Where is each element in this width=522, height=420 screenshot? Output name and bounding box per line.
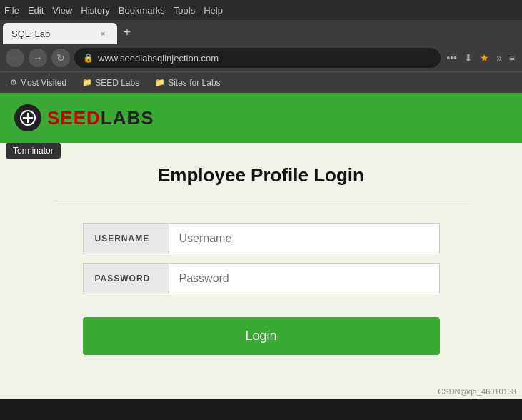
active-tab[interactable]: SQLi Lab × bbox=[3, 23, 117, 44]
most-visited-icon: ⚙ bbox=[10, 78, 17, 87]
seedlabs-header: SEEDLABS Terminator bbox=[0, 93, 522, 143]
bookmark-most-visited[interactable]: ⚙ Most Visited bbox=[6, 76, 71, 89]
refresh-button[interactable]: ↻ bbox=[51, 49, 70, 67]
menu-edit[interactable]: Edit bbox=[28, 5, 44, 16]
seedlabs-logo: SEEDLABS bbox=[14, 104, 154, 131]
terminal-badge[interactable]: Terminator bbox=[6, 143, 61, 159]
bookmark-sites-for-labs[interactable]: 📁 Sites for Labs bbox=[151, 76, 224, 89]
tab-bar: SQLi Lab × + bbox=[0, 20, 522, 44]
logo-icon bbox=[14, 104, 41, 131]
divider bbox=[54, 201, 468, 201]
watermark: CSDN@qq_46010138 bbox=[438, 387, 516, 396]
menu-file[interactable]: File bbox=[4, 5, 19, 16]
username-input[interactable] bbox=[169, 224, 439, 254]
page-title: Employee Profile Login bbox=[158, 164, 364, 186]
menu-bar: File Edit View History Bookmarks Tools H… bbox=[0, 0, 522, 20]
seed-labs-label: SEED Labs bbox=[95, 78, 139, 88]
logo-seed: SEED bbox=[47, 107, 101, 129]
seed-labs-icon: 📁 bbox=[82, 78, 92, 87]
bookmarks-bar: ⚙ Most Visited 📁 SEED Labs 📁 Sites for L… bbox=[0, 71, 522, 93]
new-tab-button[interactable]: + bbox=[117, 20, 137, 44]
menu-view[interactable]: View bbox=[52, 5, 72, 16]
overflow-button[interactable]: » bbox=[495, 51, 503, 65]
url-bar: ← → ↻ 🔒 www.seedlabsqlinjection.com ••• … bbox=[0, 44, 522, 71]
menu-bookmarks[interactable]: Bookmarks bbox=[119, 5, 165, 16]
browser-content: SEEDLABS Terminator Employee Profile Log… bbox=[0, 93, 522, 399]
sites-for-labs-icon: 📁 bbox=[155, 78, 165, 87]
login-button[interactable]: Login bbox=[83, 317, 440, 355]
url-actions: ••• ⬇ ★ » ≡ bbox=[445, 51, 516, 65]
login-form: USERNAME PASSWORD Login bbox=[83, 223, 440, 355]
tab-title: SQLi Lab bbox=[11, 29, 50, 39]
back-button[interactable]: ← bbox=[6, 49, 24, 67]
logo-text: SEEDLABS bbox=[47, 107, 154, 129]
menu-button[interactable]: ≡ bbox=[508, 51, 516, 65]
main-content: Employee Profile Login USERNAME PASSWORD… bbox=[0, 143, 522, 399]
password-input[interactable] bbox=[169, 264, 439, 294]
tab-close-button[interactable]: × bbox=[97, 28, 109, 39]
url-input-wrap[interactable]: 🔒 www.seedlabsqlinjection.com bbox=[74, 48, 441, 68]
star-button[interactable]: ★ bbox=[478, 51, 491, 65]
bookmark-seed-labs[interactable]: 📁 SEED Labs bbox=[78, 76, 144, 89]
logo-labs: LABS bbox=[101, 107, 154, 129]
menu-history[interactable]: History bbox=[81, 5, 109, 16]
url-text: www.seedlabsqlinjection.com bbox=[98, 53, 432, 64]
sites-for-labs-label: Sites for Labs bbox=[168, 78, 220, 88]
more-button[interactable]: ••• bbox=[445, 51, 458, 65]
menu-tools[interactable]: Tools bbox=[174, 5, 195, 16]
most-visited-label: Most Visited bbox=[20, 78, 66, 88]
password-label: PASSWORD bbox=[84, 264, 169, 294]
lock-icon: 🔒 bbox=[83, 53, 94, 63]
username-label: USERNAME bbox=[84, 224, 169, 254]
username-row: USERNAME bbox=[83, 223, 440, 254]
menu-help[interactable]: Help bbox=[204, 5, 223, 16]
forward-button[interactable]: → bbox=[29, 49, 47, 67]
pocket-button[interactable]: ⬇ bbox=[463, 51, 474, 65]
password-row: PASSWORD bbox=[83, 263, 440, 294]
